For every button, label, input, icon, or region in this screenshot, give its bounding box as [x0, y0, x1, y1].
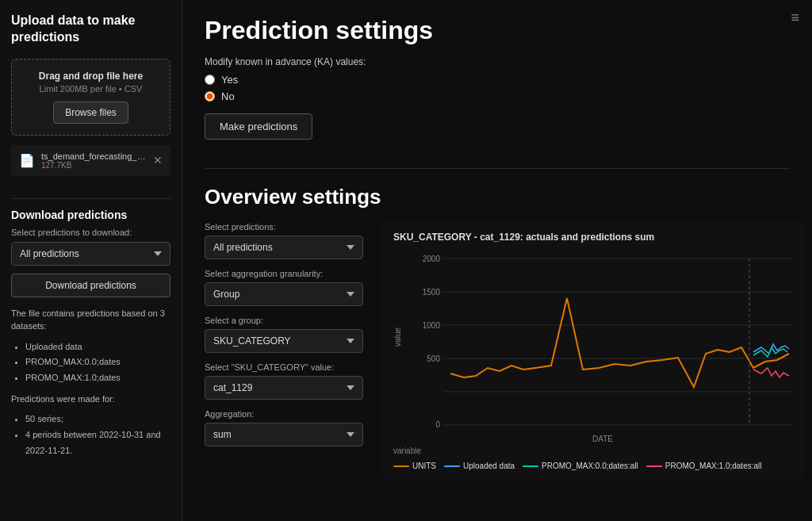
ka-yes-label: Yes [221, 74, 238, 86]
legend-dot-promo1 [646, 465, 662, 467]
file-close-icon[interactable]: ✕ [153, 154, 163, 167]
legend-promo0: PROMO_MAX:0.0;dates:all [523, 462, 638, 470]
drag-drop-label: Drag and drop file here [20, 71, 162, 82]
file-limit-label: Limit 200MB per file • CSV [20, 84, 162, 94]
main-content: ≡ Prediction settings Modify known in ad… [182, 0, 812, 521]
legend-units: UNITS [393, 462, 436, 470]
svg-text:Nov 2022: Nov 2022 [737, 432, 771, 433]
file-name: ts_demand_forecasting_s... [41, 151, 147, 161]
dataset-item: PROMO_MAX:0.0;dates [25, 354, 170, 370]
ka-radio-no[interactable] [205, 91, 215, 102]
ka-option-yes[interactable]: Yes [205, 74, 790, 86]
x-axis-label: DATE [412, 435, 793, 443]
svg-text:0: 0 [435, 420, 440, 429]
legend-promo1: PROMO_MAX:1.0;dates:all [646, 462, 762, 470]
select-predictions-label: Select predictions: [205, 222, 363, 232]
select-predictions-download[interactable]: All predictions [11, 242, 170, 266]
datasets-list: Uploaded data PROMO_MAX:0.0;dates PROMO_… [11, 339, 170, 386]
browse-files-button[interactable]: Browse files [53, 102, 128, 124]
sku-value-select[interactable]: cat_1129 [205, 376, 363, 400]
svg-text:1500: 1500 [423, 288, 441, 297]
ka-no-label: No [221, 90, 235, 102]
aggregation-granularity-group: Select aggregation granularity: Group [205, 269, 363, 306]
svg-text:Aug 2022: Aug 2022 [519, 432, 553, 433]
dataset-item: Uploaded data [25, 339, 170, 355]
file-size: 127.7KB [41, 161, 147, 170]
ka-label: Modify known in advance (KA) values: [205, 56, 790, 67]
svg-text:500: 500 [427, 354, 440, 363]
predictions-for-label: Predictions were made for: [11, 393, 170, 406]
sidebar-divider [11, 198, 170, 199]
chart-legend: UNITS Uploaded data PROMO_MAX:0.0;dates:… [393, 462, 793, 470]
sidebar: Upload data to make predictions Drag and… [0, 0, 182, 521]
legend-dot-uploaded [444, 465, 460, 467]
svg-text:Jul 2022: Jul 2022 [449, 432, 479, 433]
predictions-items-list: 50 series; 4 periods between 2022-10-31 … [11, 412, 170, 458]
aggregation-granularity-select[interactable]: Group [205, 282, 363, 306]
aggregation-fn-group: Aggregation: sum [205, 409, 363, 446]
sku-value-group: Select "SKU_CATEGORY" value: cat_1129 [205, 362, 363, 400]
svg-text:Sep 2022: Sep 2022 [590, 432, 624, 433]
download-predictions-button[interactable]: Download predictions [11, 274, 170, 297]
group-label: Select a group: [205, 316, 363, 325]
legend-label-uploaded: Uploaded data [463, 462, 515, 470]
y-axis-label: value [393, 328, 402, 347]
chart-area: SKU_CATEGORY - cat_1129: actuals and pre… [382, 222, 804, 480]
aggregation-fn-select[interactable]: sum [205, 423, 363, 446]
make-predictions-button[interactable]: Make predictions [205, 113, 312, 140]
page-title: Prediction settings [205, 16, 790, 45]
ka-radio-yes[interactable] [205, 75, 215, 85]
ka-radio-group: Modify known in advance (KA) values: Yes… [205, 56, 790, 102]
select-predictions-group: Select predictions: All predictions [205, 222, 363, 259]
legend-uploaded: Uploaded data [444, 462, 515, 470]
predictions-item: 4 periods between 2022-10-31 and 2022-11… [25, 427, 170, 459]
legend-dot-units [393, 465, 409, 467]
dataset-item: PROMO_MAX:1.0;dates [25, 370, 170, 386]
svg-text:Oct 2022: Oct 2022 [662, 432, 695, 433]
sku-label: Select "SKU_CATEGORY" value: [205, 362, 363, 372]
sidebar-title: Upload data to make predictions [11, 13, 170, 46]
uploaded-file-item: 📄 ts_demand_forecasting_s... 127.7KB ✕ [11, 145, 170, 176]
predictions-item: 50 series; [25, 412, 170, 427]
menu-icon[interactable]: ≡ [791, 10, 799, 26]
upload-box: Drag and drop file here Limit 200MB per … [11, 59, 170, 136]
chart-svg: 2000 1500 1000 500 0 Jul 2022 Aug 2022 S… [412, 251, 793, 433]
ka-option-no[interactable]: No [205, 90, 790, 102]
group-select-group: Select a group: SKU_CATEGORY [205, 316, 363, 353]
legend-label-units: UNITS [412, 462, 436, 470]
download-section-title: Download predictions [11, 209, 170, 221]
legend-label-promo0: PROMO_MAX:0.0;dates:all [542, 462, 638, 470]
settings-grid: Select predictions: All predictions Sele… [205, 222, 790, 480]
settings-panel: Select predictions: All predictions Sele… [205, 222, 363, 456]
select-predictions-overview[interactable]: All predictions [205, 236, 363, 259]
legend-var-label: variable [393, 446, 793, 455]
download-info-text: The file contains predictions based on 3… [11, 307, 170, 333]
select-download-label: Select predictions to download: [11, 228, 170, 237]
svg-text:2000: 2000 [423, 255, 441, 263]
aggregation-fn-label: Aggregation: [205, 409, 363, 419]
chart-title: SKU_CATEGORY - cat_1129: actuals and pre… [393, 232, 793, 243]
legend-label-promo1: PROMO_MAX:1.0;dates:all [665, 462, 762, 470]
overview-title: Overview settings [205, 185, 790, 209]
svg-text:1000: 1000 [423, 321, 441, 330]
group-select[interactable]: SKU_CATEGORY [205, 329, 363, 353]
file-icon: 📄 [19, 153, 35, 168]
legend-dot-promo0 [523, 465, 538, 467]
file-info: ts_demand_forecasting_s... 127.7KB [41, 151, 147, 170]
section-divider [205, 168, 790, 169]
aggregation-label: Select aggregation granularity: [205, 269, 363, 278]
